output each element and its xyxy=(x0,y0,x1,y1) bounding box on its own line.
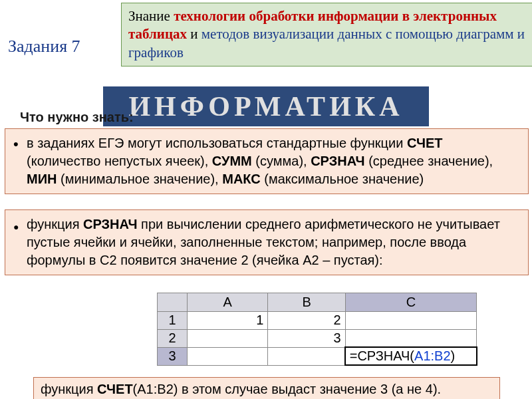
cell-b2[interactable]: 3 xyxy=(268,329,345,347)
formula-prefix: =СРЗНАЧ( xyxy=(350,348,414,363)
info-block-3: функция СЧЕТ(A1:B2) в этом случае выдаст… xyxy=(33,377,500,399)
text-span: в заданиях ЕГЭ могут использоваться стан… xyxy=(27,136,407,150)
func-name: СРЗНАЧ xyxy=(83,217,137,231)
cell-c1[interactable] xyxy=(345,311,476,329)
cell-a3[interactable] xyxy=(188,347,268,365)
bullet-dot: ● xyxy=(13,215,27,269)
func-name: СЧЕТ xyxy=(97,382,133,396)
col-header-a[interactable]: A xyxy=(188,293,268,311)
cell-c3-formula[interactable]: =СРЗНАЧ(A1:B2) xyxy=(345,347,476,365)
col-header-b[interactable]: B xyxy=(268,293,345,311)
col-header-c[interactable]: C xyxy=(345,293,476,311)
text-span: (количество непустых ячеек), xyxy=(27,154,212,168)
func-name: МАКС xyxy=(222,172,261,186)
topic-callout: Знание технологии обработки информации в… xyxy=(121,3,532,66)
formula-range: A1:B2 xyxy=(414,348,450,363)
text-span: функция xyxy=(27,217,83,231)
formula-suffix: ) xyxy=(451,348,456,363)
text-span: (минимальное значение), xyxy=(57,172,222,186)
background-banner: ИНФОРМАТИКА xyxy=(103,86,429,126)
row-header-2[interactable]: 2 xyxy=(158,329,188,347)
text-span: функция xyxy=(41,382,97,396)
task-title: Задания 7 xyxy=(8,37,80,57)
sheet-corner[interactable] xyxy=(158,293,188,311)
cell-b1[interactable]: 2 xyxy=(268,311,345,329)
func-name: СУММ xyxy=(212,154,252,168)
info-block-2: ● функция СРЗНАЧ при вычислении среднего… xyxy=(5,209,529,275)
row-header-3[interactable]: 3 xyxy=(158,347,188,365)
callout-part: Знание xyxy=(128,8,174,24)
cell-c2[interactable] xyxy=(345,329,476,347)
func-name: СЧЕТ xyxy=(407,136,443,150)
text-span: (сумма), xyxy=(252,154,311,168)
row-header-1[interactable]: 1 xyxy=(158,311,188,329)
cell-a1[interactable]: 1 xyxy=(188,311,268,329)
cell-a2[interactable] xyxy=(188,329,268,347)
callout-part: и xyxy=(187,26,201,42)
subtitle-text: Что нужно знать: xyxy=(20,110,134,124)
info-text-2: функция СРЗНАЧ при вычислении среднего а… xyxy=(27,215,520,269)
text-span: (среднее значение), xyxy=(365,154,493,168)
text-span: (максимальное значение) xyxy=(261,172,424,186)
spreadsheet: A B C 1 1 2 2 3 3 =СРЗНАЧ(A1:B2) xyxy=(157,293,477,366)
text-span: (A1:B2) в этом случае выдаст значение 3 … xyxy=(133,382,442,396)
subtitle: Что нужно знать: xyxy=(20,110,134,125)
func-name: МИН xyxy=(27,172,57,186)
cell-b3[interactable] xyxy=(268,347,345,365)
func-name: СРЗНАЧ xyxy=(311,154,364,168)
info-text-1: в заданиях ЕГЭ могут использоваться стан… xyxy=(27,134,520,188)
info-block-1: • в заданиях ЕГЭ могут использоваться ст… xyxy=(5,128,529,194)
bullet-dot: • xyxy=(13,134,27,188)
